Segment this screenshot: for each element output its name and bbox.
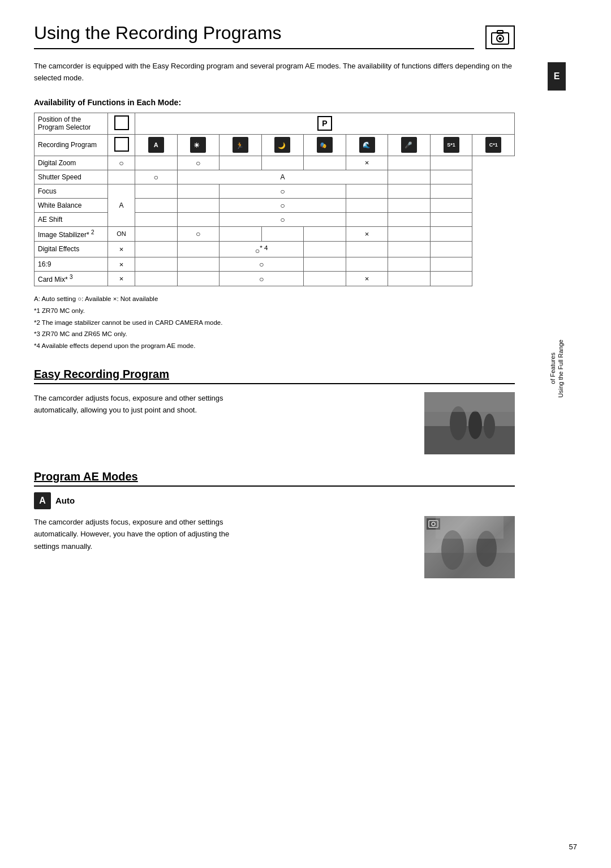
row-label: Position of theProgram Selector bbox=[35, 113, 108, 134]
right-sidebar: E of Features Using the Full Range bbox=[543, 0, 570, 868]
table-row: Focus A ○ bbox=[35, 184, 515, 198]
table-row: Card Mix* 3 × ○ × bbox=[35, 272, 515, 286]
svg-point-14 bbox=[484, 414, 495, 439]
table-row: White Balance ○ bbox=[35, 198, 515, 212]
ae-modes-photo bbox=[424, 516, 515, 578]
selector-square-icon bbox=[114, 115, 129, 130]
ae-modes-heading: Program AE Modes bbox=[34, 470, 515, 487]
prog-icon-8: S*1 bbox=[444, 137, 459, 153]
auto-text: Auto bbox=[55, 496, 75, 505]
p-icon: P bbox=[317, 116, 332, 131]
page-title-area: Using the Recording Programs bbox=[34, 23, 515, 49]
row-label: AE Shift bbox=[35, 212, 108, 226]
table-row: Position of theProgram Selector P bbox=[35, 113, 515, 134]
note-3: *3 ZR70 MC and ZR65 MC only. bbox=[34, 328, 515, 340]
camera-icon bbox=[485, 25, 515, 49]
prog-icon-3: 🏃 bbox=[220, 134, 262, 156]
dz-col1: ○ bbox=[108, 156, 135, 170]
table-row: Shutter Speed ○ A bbox=[35, 170, 515, 184]
ae-modes-body: The camcorder adjusts focus, exposure an… bbox=[34, 516, 515, 578]
svg-text:🎤: 🎤 bbox=[405, 141, 412, 149]
availability-table: Position of theProgram Selector P Record… bbox=[34, 113, 515, 287]
col1-value bbox=[108, 113, 135, 134]
prog-icon-8: S*1 bbox=[430, 134, 472, 156]
prog-icon-9: C*1 bbox=[472, 134, 515, 156]
svg-text:🎭: 🎭 bbox=[320, 141, 327, 149]
easy-recording-body: The camcorder adjusts focus, exposure an… bbox=[34, 392, 515, 454]
auto-program-icon: A bbox=[148, 137, 164, 153]
e-tab: E bbox=[548, 62, 566, 91]
prog-icon-2: ☀ bbox=[177, 134, 220, 156]
table-row: AE Shift ○ bbox=[35, 212, 515, 226]
svg-rect-22 bbox=[436, 516, 504, 539]
prog-icon-7: 🎤 bbox=[388, 134, 431, 156]
svg-rect-15 bbox=[424, 392, 515, 412]
easy-recording-section: Easy Recording Program The camcorder adj… bbox=[34, 368, 515, 454]
svg-point-3 bbox=[499, 37, 502, 40]
row-label: Focus bbox=[35, 184, 108, 198]
note-1: *1 ZR70 MC only. bbox=[34, 305, 515, 317]
program-ae-section: Program AE Modes A Auto The camcorder ad… bbox=[34, 470, 515, 578]
intro-text: The camcorder is equipped with the Easy … bbox=[34, 61, 515, 84]
table-row: 16:9 × ○ bbox=[35, 257, 515, 272]
availability-heading: Availability of Functions in Each Mode: bbox=[34, 98, 515, 107]
prog-icon-5: 🎭 bbox=[304, 134, 346, 156]
col1-value bbox=[108, 134, 135, 156]
auto-label: A Auto bbox=[34, 492, 515, 509]
row-label: Digital Zoom bbox=[35, 156, 108, 170]
svg-rect-2 bbox=[497, 31, 503, 33]
p-header-cell: P bbox=[135, 113, 515, 134]
svg-text:☀: ☀ bbox=[193, 141, 200, 149]
svg-text:🏃: 🏃 bbox=[236, 141, 244, 149]
ae-modes-image bbox=[424, 516, 515, 578]
easy-recording-photo bbox=[424, 392, 515, 454]
prog-icon-6: 🌊 bbox=[359, 137, 375, 153]
prog-icon-auto: A bbox=[135, 134, 178, 156]
svg-point-13 bbox=[468, 411, 482, 439]
prog-icon-3: 🏃 bbox=[233, 137, 248, 153]
row-label: Shutter Speed bbox=[35, 170, 108, 184]
notes-section: A: Auto setting ○: Available ×: Not avai… bbox=[34, 293, 515, 351]
page-title: Using the Recording Programs bbox=[34, 23, 474, 49]
row-label: Digital Effects bbox=[35, 241, 108, 257]
row-label: Recording Program bbox=[35, 134, 108, 156]
note-4: *4 Available effects depend upon the pro… bbox=[34, 340, 515, 352]
prog-icon-9: C*1 bbox=[485, 137, 501, 153]
ae-modes-text: The camcorder adjusts focus, exposure an… bbox=[34, 516, 413, 552]
prog-icon-6: 🌊 bbox=[346, 134, 388, 156]
easy-recording-image bbox=[424, 392, 515, 454]
row-label: Image Stabilizer* 2 bbox=[35, 226, 108, 241]
prog-icon-4: 🌙 bbox=[261, 134, 304, 156]
prog-icon-2: ☀ bbox=[190, 137, 206, 153]
table-row: Digital Zoom ○ ○ × bbox=[35, 156, 515, 170]
recording-square-icon bbox=[114, 137, 129, 152]
easy-recording-heading: Easy Recording Program bbox=[34, 368, 515, 384]
svg-rect-19 bbox=[424, 553, 515, 578]
sidebar-vertical-text: of Features Using the Full Range bbox=[549, 340, 565, 398]
auto-ae-icon: A bbox=[34, 492, 51, 509]
prog-icon-5: 🎭 bbox=[317, 137, 333, 153]
row-label: 16:9 bbox=[35, 257, 108, 272]
row-label: Card Mix* 3 bbox=[35, 272, 108, 286]
table-row: Image Stabilizer* 2 ON ○ × bbox=[35, 226, 515, 241]
note-2: *2 The image stabilizer cannot be used i… bbox=[34, 317, 515, 329]
row-label: White Balance bbox=[35, 198, 108, 212]
table-row: Digital Effects × ○* 4 bbox=[35, 241, 515, 257]
vertical-text-container: of Features Using the Full Range bbox=[543, 340, 570, 398]
svg-text:🌙: 🌙 bbox=[278, 141, 286, 149]
prog-icon-4: 🌙 bbox=[274, 137, 290, 153]
svg-text:🌊: 🌊 bbox=[363, 141, 371, 149]
prog-icon-7: 🎤 bbox=[401, 137, 417, 153]
notes-line1: A: Auto setting ○: Available ×: Not avai… bbox=[34, 293, 515, 305]
table-row: Recording Program A ☀ bbox=[35, 134, 515, 156]
easy-recording-text: The camcorder adjusts focus, exposure an… bbox=[34, 392, 413, 416]
